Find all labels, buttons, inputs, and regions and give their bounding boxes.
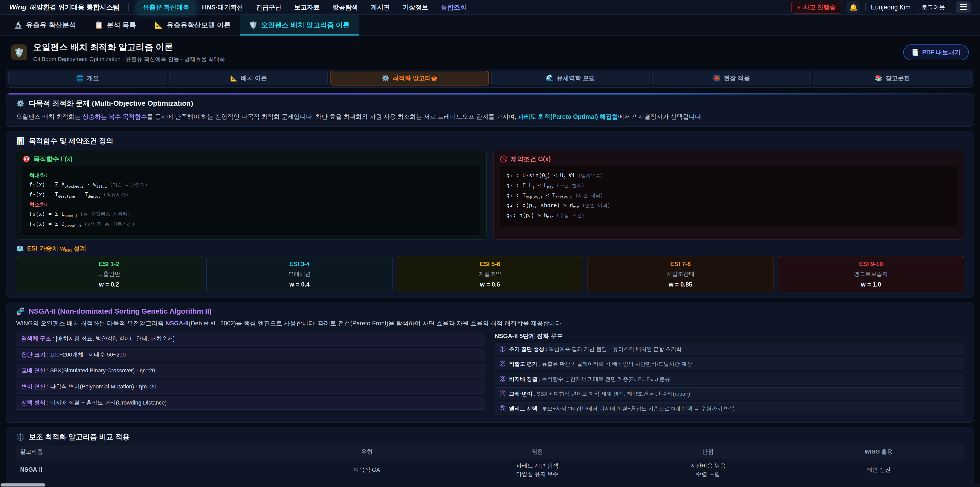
esi-card-1-2: ESI 1-2 노출암반 w = 0.2 [16,256,202,292]
multi-objective-header: ⚙️ 다목적 최적화 문제 (Multi-Objective Optimizat… [16,99,964,108]
hamburger-menu-button[interactable]: ☰ [956,1,971,13]
definitions-header: 📊 목적함수 및 제약조건 정의 [16,136,964,146]
tab-diffusion-model-theory[interactable]: 📐 유출유확산모델 이론 [145,14,240,35]
para-text: WING의 오일펜스 배치 최적화는 다목적 유전알고리즘 [16,320,165,327]
multi-objective-card: ⚙️ 다목적 최적화 문제 (Multi-Objective Optimizat… [6,93,974,127]
definitions-card: 📊 목적함수 및 제약조건 정의 🎯 목적함수 F(x) 최대화: f₁(x) … [6,131,974,297]
para-text: 를 동시에 만족해야 하는 전형적인 다목적 최적화 문제입니다. 차단 효율 … [147,113,518,120]
nav-item-reports[interactable]: 보고자료 [289,0,325,14]
nav-item-oil-spill-prediction[interactable]: 유출유 확산예측 [137,0,195,14]
nav-item-integrated-search[interactable]: 통합조회 [435,0,472,14]
tab-hydrodynamics-model[interactable]: 🌊 유체역학 모델 [491,71,650,85]
para-text: 에서 의사결정자가 선택합니다. [618,113,703,120]
param-value: : 100~200개체 · 세대수 50~200 [45,351,126,358]
loop-step-1: ① 초기 집단 생성 : 확산예측 결과 기반 랜덤 + 휴리스틱 배치안 혼합… [495,343,964,355]
nav-divider [128,3,129,11]
horizontal-scrollbar-track[interactable] [0,483,980,487]
ruler-icon: 📐 [230,75,238,82]
incident-dot-icon: ● [797,4,800,10]
tab-references[interactable]: 📚 참고문헌 [813,71,972,85]
comparison-header: ⚖️ 보조 최적화 알고리즘 비교 적용 [16,432,964,442]
param-label: 변이 연산 [21,383,45,390]
constraint-formulas: g₁ : U·sin(θi) ≤ Uc ∀i (임계유속) g₂ : Σ Lj … [500,166,958,226]
objective-formulas: 최대화: f₁(x) = Σ Ablocked,i · wESI,i (가중 차… [22,166,480,235]
loop-step-3: ③ 비지배 정렬 : 목적함수 공간에서 파레토 전면 계층(F₁, F₂, F… [495,373,964,385]
esi-shore-type: 자갈조약 [400,270,580,278]
bell-icon: 🔔 [850,3,858,11]
objective-function-panel: 🎯 목적함수 F(x) 최대화: f₁(x) = Σ Ablocked,i · … [16,150,487,239]
horizontal-scrollbar-thumb[interactable] [0,484,45,487]
target-icon: 🎯 [22,155,30,163]
tab-analysis-list[interactable]: 📋 분석 목록 [85,14,145,35]
esi-weight-cards: ESI 1-2 노출암반 w = 0.2 ESI 3-4 모래해변 w = 0.… [16,256,964,292]
top-navigation-bar: Wing 해양환경 위기대응 통합시스템 유출유 확산예측 HNS·대기확산 긴… [0,0,980,14]
hamburger-icon: ☰ [959,2,967,13]
section-title: 목적함수 및 제약조건 정의 [29,136,113,146]
page-header: 🛡️ 오일펜스 배치 최적화 알고리즘 이론 Oil Boom Deployme… [0,36,980,67]
step-number-icon: ⑤ [500,405,506,412]
nav-item-weather-info[interactable]: 기상정보 [397,0,434,14]
dna-icon: 🧬 [16,307,25,315]
algorithm-pros: 파레토 전면 탐색다양성 유지 우수 [452,459,623,481]
definitions-grid: 🎯 목적함수 F(x) 최대화: f₁(x) = Σ Ablocked,i · … [16,150,964,239]
para-text: (Deb et al., 2002)를 핵심 엔진으로 사용합니다. 파레토 전… [189,320,563,327]
notifications-button[interactable]: 🔔 [846,1,860,13]
esi-weight-value: w = 0.6 [400,281,580,288]
pdf-export-button[interactable]: 📑 PDF 내보내기 [903,45,969,60]
esi-shore-type: 모래해변 [209,270,390,278]
incident-badge-label: 사고 진행중 [803,3,836,11]
highlight-conflicting-objectives: 상충하는 복수 목적함수 [83,113,147,120]
multi-objective-paragraph: 오일펜스 배치 최적화는 상충하는 복수 목적함수를 동시에 만족해야 하는 전… [16,112,964,121]
tab-label: 유체역학 모델 [557,74,595,82]
esi-weight-value: w = 0.2 [19,281,199,288]
param-label: 집단 크기 [21,351,45,358]
constraint-g5: g₅: h(pi) ≥ hmin (수심 조건) [506,212,951,220]
nsga-paragraph: WING의 오일펜스 배치 최적화는 다목적 유전알고리즘 NSGA-II(De… [16,318,964,328]
constraints-panel: 🚫 제약조건 G(x) g₁ : U·sin(θi) ≤ Uc ∀i (임계유속… [493,150,964,239]
header-type: 유형 [282,445,452,459]
tab-deployment-theory[interactable]: 📐 배치 이론 [169,71,328,85]
tab-overview[interactable]: 🌐 개요 [8,71,167,85]
tab-optimization-algorithm[interactable]: ⚙️ 최적화 알고리즘 [330,71,489,85]
para-text: 오일펜스 배치 최적화는 [16,113,83,120]
sub-tab-bar: 🔬 유출유 확산분석 📋 분석 목록 📐 유출유확산모델 이론 🛡️ 오일펜스 … [0,14,980,36]
section-title: 보조 최적화 알고리즘 비교 적용 [29,432,130,442]
algorithm-comparison-table: 알고리즘 유형 장점 단점 WING 활용 NSGA-II 다목적 GA 파레토… [16,445,964,487]
tab-field-application[interactable]: 🌉 현장 적용 [652,71,811,85]
nav-item-board[interactable]: 게시판 [365,0,396,14]
tab-boom-deployment-theory[interactable]: 🛡️ 오일펜스 배치 알고리즘 이론 [240,14,359,35]
tab-label: 참고문헌 [886,74,910,82]
panel-title-text: 목적함수 F(x) [33,155,73,163]
formula-f4: f₄(x) = Σ Dvessel,k (방제정 총 이동거리) [29,220,474,228]
param-label: 선택 방식 [21,399,45,406]
algorithm-name: NSGA-II [16,459,282,481]
param-chromosome: 염색체 구조 : [배치지점 좌표, 방향각θ, 길이L, 형태, 배치순서] [16,332,485,345]
tab-oil-spill-analysis[interactable]: 🔬 유출유 확산분석 [5,14,85,35]
param-mutation: 변이 연산 : 다항식 변이(Polynomial Mutation) · ηm… [16,380,485,394]
tab-label: 분석 목록 [107,21,136,30]
loop-step-5: ⑤ 엘리트 선택 : 부모+자식 2N 집단에서 비지배 정렬+혼잡도 기준으로… [495,402,964,415]
pdf-icon: 📑 [912,49,919,56]
wave-icon: 🌊 [546,75,554,82]
header-pros: 장점 [452,445,623,459]
param-crossover: 교배 연산 : SBX(Simulated Binary Crossover) … [16,364,485,377]
bridge-icon: 🌉 [713,75,721,82]
panel-title-text: 제약조건 G(x) [511,155,551,163]
scale-icon: ⚖️ [16,433,25,441]
section-tab-bar: 🌐 개요 📐 배치 이론 ⚙️ 최적화 알고리즘 🌊 유체역학 모델 🌉 현장 … [6,69,974,88]
logout-button[interactable]: 로그아웃 [916,1,951,14]
microscope-icon: 🔬 [14,21,22,29]
nav-item-emergency-rescue[interactable]: 긴급구난 [250,0,287,14]
nav-item-aerial-search[interactable]: 항공탐색 [327,0,364,14]
formula-f3: f₃(x) = Σ Lboom,j (총 오일펜스 사용량) [29,211,474,218]
header-cons: 단점 [623,445,794,459]
map-icon: 🗺️ [16,245,24,252]
page-shield-icon: 🛡️ [11,45,27,60]
incident-status-badge[interactable]: ● 사고 진행중 [791,1,842,14]
esi-range: ESI 7-8 [590,260,770,268]
page-title-group: 오일펜스 배치 최적화 알고리즘 이론 Oil Boom Deployment … [33,42,225,63]
nav-item-hns-diffusion[interactable]: HNS·대기확산 [197,0,249,14]
esi-range: ESI 1-2 [19,260,199,268]
esi-weight-value: w = 1.0 [781,281,961,288]
globe-icon: 🌐 [76,75,84,82]
